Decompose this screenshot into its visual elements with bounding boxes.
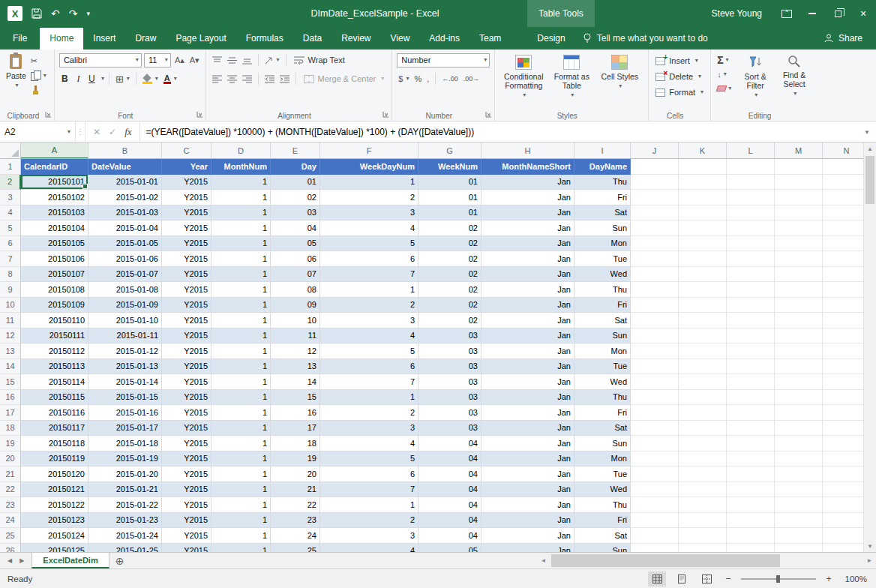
table-header-cell[interactable]: DateValue bbox=[88, 159, 162, 175]
cell[interactable] bbox=[775, 359, 823, 375]
increase-decimal-button[interactable]: ←.00 bbox=[440, 74, 460, 85]
cell[interactable] bbox=[823, 206, 863, 221]
cell[interactable]: 03 bbox=[418, 421, 482, 436]
cell[interactable] bbox=[679, 236, 727, 252]
horizontal-scroll-track[interactable] bbox=[550, 553, 863, 568]
page-layout-view-button[interactable] bbox=[673, 572, 691, 586]
align-left-button[interactable] bbox=[211, 74, 224, 85]
cell[interactable] bbox=[775, 190, 823, 206]
cell[interactable]: 17 bbox=[271, 421, 320, 436]
cell[interactable] bbox=[775, 175, 823, 190]
cell[interactable]: 20150108 bbox=[21, 282, 88, 298]
cell[interactable]: Wed bbox=[574, 482, 631, 498]
cell[interactable] bbox=[631, 206, 679, 221]
underline-button[interactable]: U bbox=[86, 74, 98, 84]
row-header-6[interactable]: 6 bbox=[0, 236, 21, 252]
cell[interactable] bbox=[679, 421, 727, 436]
active-cell[interactable]: 20150101 bbox=[21, 175, 88, 190]
customize-qat-button[interactable]: ▾ bbox=[86, 10, 90, 17]
cell[interactable]: Sun bbox=[574, 544, 631, 553]
cell[interactable]: 16 bbox=[271, 405, 320, 421]
cell[interactable] bbox=[679, 220, 727, 236]
cell[interactable]: 20150110 bbox=[21, 313, 88, 328]
cell[interactable]: 09 bbox=[271, 298, 320, 314]
cell[interactable] bbox=[775, 236, 823, 252]
cell[interactable] bbox=[631, 390, 679, 406]
cell[interactable]: Sun bbox=[574, 436, 631, 452]
zoom-slider-thumb[interactable] bbox=[776, 575, 780, 583]
decrease-indent-button[interactable] bbox=[263, 74, 276, 85]
clipboard-dialog-launcher[interactable] bbox=[45, 111, 52, 118]
cell[interactable]: 1 bbox=[212, 313, 271, 328]
table-header-cell[interactable]: Day bbox=[271, 159, 320, 175]
cell[interactable]: Sat bbox=[574, 313, 631, 328]
tab-design[interactable]: Design bbox=[527, 28, 574, 50]
cell[interactable] bbox=[775, 267, 823, 283]
column-header-n[interactable]: N bbox=[823, 142, 863, 159]
cell[interactable] bbox=[631, 436, 679, 452]
row-header-10[interactable]: 10 bbox=[0, 298, 21, 314]
cell[interactable]: 03 bbox=[418, 359, 482, 375]
cell[interactable] bbox=[775, 421, 823, 436]
cell[interactable]: Thu bbox=[574, 282, 631, 298]
column-header-b[interactable]: B bbox=[88, 142, 162, 159]
cell[interactable]: Jan bbox=[482, 466, 574, 482]
cell[interactable]: 2015-01-09 bbox=[88, 298, 162, 314]
cell[interactable]: Tue bbox=[574, 466, 631, 482]
cell[interactable]: Fri bbox=[574, 513, 631, 529]
tab-insert[interactable]: Insert bbox=[83, 28, 125, 50]
cell[interactable]: Jan bbox=[482, 267, 574, 283]
cell[interactable] bbox=[679, 405, 727, 421]
previous-sheet-button[interactable]: ◀ bbox=[8, 557, 12, 564]
cell[interactable] bbox=[679, 190, 727, 206]
row-header-25[interactable]: 25 bbox=[0, 528, 21, 544]
cell[interactable]: 03 bbox=[418, 390, 482, 406]
cell[interactable]: 4 bbox=[320, 220, 418, 236]
cell[interactable] bbox=[775, 344, 823, 359]
cell[interactable]: 1 bbox=[212, 190, 271, 206]
scroll-right-arrow[interactable]: ► bbox=[863, 553, 876, 568]
cell[interactable]: 1 bbox=[212, 405, 271, 421]
row-header-12[interactable]: 12 bbox=[0, 328, 21, 344]
excel-logo-icon[interactable]: X bbox=[8, 6, 22, 21]
fill-button[interactable]: ↓▾ bbox=[717, 68, 731, 80]
cell[interactable]: 19 bbox=[271, 452, 320, 467]
row-header-19[interactable]: 19 bbox=[0, 436, 21, 452]
cell[interactable] bbox=[727, 544, 775, 553]
cell[interactable] bbox=[823, 528, 863, 544]
align-bottom-button[interactable] bbox=[241, 55, 254, 66]
increase-font-size-button[interactable]: A▴ bbox=[173, 55, 186, 66]
cell[interactable]: 05 bbox=[418, 544, 482, 553]
cell[interactable] bbox=[727, 328, 775, 344]
cell[interactable]: 20150104 bbox=[21, 220, 88, 236]
cell[interactable]: Jan bbox=[482, 497, 574, 513]
paste-button[interactable]: Paste ▾ bbox=[6, 52, 26, 110]
column-header-l[interactable]: L bbox=[727, 142, 775, 159]
cell[interactable] bbox=[727, 513, 775, 529]
cell[interactable]: 20 bbox=[271, 466, 320, 482]
cell[interactable]: Y2015 bbox=[162, 344, 212, 359]
cell[interactable]: 4 bbox=[320, 544, 418, 553]
ribbon-display-options-button[interactable]: ⌃ bbox=[774, 0, 800, 27]
cell[interactable]: 1 bbox=[212, 452, 271, 467]
cell[interactable]: 1 bbox=[212, 328, 271, 344]
align-top-button[interactable] bbox=[211, 55, 224, 66]
cell[interactable] bbox=[823, 344, 863, 359]
cell[interactable]: 1 bbox=[212, 267, 271, 283]
cell[interactable]: 1 bbox=[212, 482, 271, 498]
cell[interactable] bbox=[775, 328, 823, 344]
cell[interactable]: Mon bbox=[574, 236, 631, 252]
table-header-cell[interactable]: WeekNum bbox=[418, 159, 482, 175]
confirm-entry-button[interactable]: ✓ bbox=[109, 127, 116, 137]
row-header-5[interactable]: 5 bbox=[0, 220, 21, 236]
decrease-decimal-button[interactable]: .00→ bbox=[462, 74, 482, 85]
cell[interactable]: 1 bbox=[212, 206, 271, 221]
cell[interactable]: 2015-01-13 bbox=[88, 359, 162, 375]
cell[interactable]: 2015-01-12 bbox=[88, 344, 162, 359]
font-size-select[interactable]: 11▾ bbox=[144, 53, 171, 68]
cell[interactable] bbox=[823, 236, 863, 252]
cell[interactable]: 06 bbox=[271, 251, 320, 267]
cell[interactable]: 2015-01-01 bbox=[88, 175, 162, 190]
zoom-in-button[interactable]: + bbox=[823, 573, 835, 584]
row-header-13[interactable]: 13 bbox=[0, 344, 21, 359]
